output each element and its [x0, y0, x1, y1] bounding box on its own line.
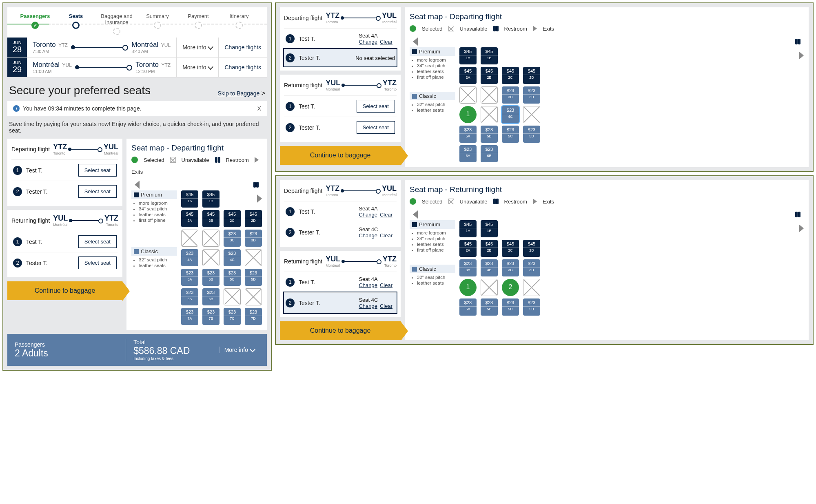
more-info-toggle[interactable]: More info — [176, 38, 218, 57]
departing-box: Departing flight YTZToronto YULMontréal … — [7, 139, 122, 206]
more-info-toggle[interactable]: More info — [219, 347, 259, 353]
seat-5C[interactable]: $235C — [502, 126, 519, 143]
seat-2A[interactable]: $452A — [181, 210, 198, 227]
seat-7B[interactable]: $237B — [202, 308, 220, 325]
seat-5B[interactable]: $235B — [481, 298, 498, 316]
seat-5C[interactable]: $235C — [502, 298, 519, 316]
bottom-bar: Passengers2 Adults Total$586.88 CADInclu… — [7, 334, 267, 366]
arrow-right-icon[interactable] — [257, 195, 262, 203]
continue-button[interactable]: Continue to baggage — [280, 321, 401, 340]
seat-2C[interactable]: $452C — [502, 67, 519, 84]
select-seat-button[interactable]: Select seat — [357, 100, 395, 113]
select-seat-button[interactable]: Select seat — [78, 235, 117, 248]
seat-3C[interactable]: $233C — [224, 230, 241, 247]
seat-unavailable — [481, 279, 498, 296]
arrow-left-icon[interactable] — [413, 210, 418, 219]
select-seat-button[interactable]: Select seat — [78, 256, 117, 269]
date-badge: JUN29 — [7, 57, 27, 77]
seat-4C[interactable]: $234C — [502, 106, 519, 123]
seat-3D[interactable]: $233D — [245, 230, 262, 247]
seat-5C[interactable]: $235C — [224, 269, 241, 286]
clear-link[interactable]: Clear — [380, 212, 392, 218]
select-seat-button[interactable]: Select seat — [78, 164, 117, 177]
change-link[interactable]: Change — [359, 212, 377, 218]
timer-banner: i You have 09:34 minutes to complete thi… — [7, 101, 267, 116]
seat-5A[interactable]: $235A — [459, 298, 477, 316]
change-flights-link[interactable]: Change flights — [218, 38, 267, 57]
seat-5D[interactable]: $235D — [523, 298, 540, 316]
seat-selected[interactable]: 1 — [459, 279, 477, 296]
seat-2B[interactable]: $452B — [481, 67, 498, 84]
seat-2B[interactable]: $452B — [481, 240, 498, 257]
seat-5B[interactable]: $235B — [202, 269, 220, 286]
arrow-right-icon[interactable] — [799, 224, 804, 232]
legend-selected-icon — [131, 157, 138, 163]
seat-1A[interactable]: $451A — [459, 47, 477, 64]
seat-7C[interactable]: $237C — [224, 308, 241, 325]
exit-icon — [533, 26, 537, 31]
seat-1B[interactable]: $451B — [481, 220, 498, 237]
seat-3D[interactable]: $233D — [523, 259, 540, 276]
seat-3C[interactable]: $233C — [502, 86, 519, 104]
restroom-icon — [493, 199, 499, 204]
seat-4C[interactable]: $234C — [224, 249, 241, 266]
more-info-toggle[interactable]: More info — [176, 57, 218, 77]
continue-button[interactable]: Continue to baggage — [280, 146, 401, 165]
continue-button[interactable]: Continue to baggage — [7, 281, 122, 300]
seat-6A[interactable]: $236A — [459, 145, 477, 162]
seat-2D[interactable]: $452D — [523, 240, 540, 257]
seat-2A[interactable]: $452A — [459, 67, 477, 84]
arrow-right-icon[interactable] — [799, 51, 804, 60]
change-link[interactable]: Change — [359, 232, 377, 239]
clear-link[interactable]: Clear — [380, 303, 392, 309]
seat-3B[interactable]: $233B — [481, 259, 498, 276]
seat-unavailable — [202, 230, 220, 247]
seat-selected[interactable]: 2 — [502, 279, 519, 296]
seat-5B[interactable]: $235B — [481, 126, 498, 143]
seat-7D[interactable]: $237D — [245, 308, 262, 325]
seat-5A[interactable]: $235A — [459, 126, 477, 143]
seat-selected[interactable]: 1 — [459, 106, 477, 123]
seat-2C[interactable]: $452C — [224, 210, 241, 227]
clear-link[interactable]: Clear — [380, 39, 392, 45]
seat-6B[interactable]: $236B — [481, 145, 498, 162]
seat-2D[interactable]: $452D — [523, 67, 540, 84]
skip-link[interactable]: Skip to Baggage — [217, 90, 259, 97]
seat-6B[interactable]: $236B — [202, 288, 220, 305]
clear-link[interactable]: Clear — [380, 232, 392, 239]
seat-2D[interactable]: $452D — [245, 210, 262, 227]
passenger-row-active[interactable]: 2Tester T. Seat 4CChangeClear — [284, 292, 397, 313]
seat-1B[interactable]: $451B — [202, 190, 220, 208]
select-seat-button[interactable]: Select seat — [78, 185, 117, 198]
seat-6A[interactable]: $236A — [181, 288, 198, 305]
seat-5A[interactable]: $235A — [181, 269, 198, 286]
seat-map: Seat map - Departing flight Selected Una… — [126, 139, 267, 330]
seat-3D[interactable]: $233D — [523, 86, 540, 104]
seat-1B[interactable]: $451B — [481, 47, 498, 64]
change-link[interactable]: Change — [359, 282, 377, 288]
clear-link[interactable]: Clear — [380, 282, 392, 288]
change-link[interactable]: Change — [359, 39, 377, 45]
seat-2A[interactable]: $452A — [459, 240, 477, 257]
seat-5D[interactable]: $235D — [245, 269, 262, 286]
seat-1A[interactable]: $451A — [181, 190, 198, 208]
restroom-icon — [253, 182, 259, 188]
change-flights-link[interactable]: Change flights — [218, 57, 267, 77]
passenger-row-active[interactable]: 2Tester T.No seat selected — [284, 49, 397, 66]
seat-2B[interactable]: $452B — [202, 210, 220, 227]
seat-1A[interactable]: $451A — [459, 220, 477, 237]
seat-unavailable — [245, 249, 262, 266]
page-title: Secure your preferred seats — [9, 84, 151, 97]
seat-7A[interactable]: $237A — [181, 308, 198, 325]
seat-3A[interactable]: $233A — [459, 259, 477, 276]
seat-3C[interactable]: $233C — [502, 259, 519, 276]
seat-unavailable — [481, 106, 498, 123]
select-seat-button[interactable]: Select seat — [357, 121, 395, 134]
arrow-left-icon[interactable] — [413, 38, 418, 46]
arrow-left-icon[interactable] — [135, 181, 140, 189]
close-icon[interactable]: X — [257, 105, 261, 112]
change-link[interactable]: Change — [359, 303, 377, 309]
seat-2C[interactable]: $452C — [502, 240, 519, 257]
seat-5D[interactable]: $235D — [523, 126, 540, 143]
seat-4A[interactable]: $234A — [181, 249, 198, 266]
